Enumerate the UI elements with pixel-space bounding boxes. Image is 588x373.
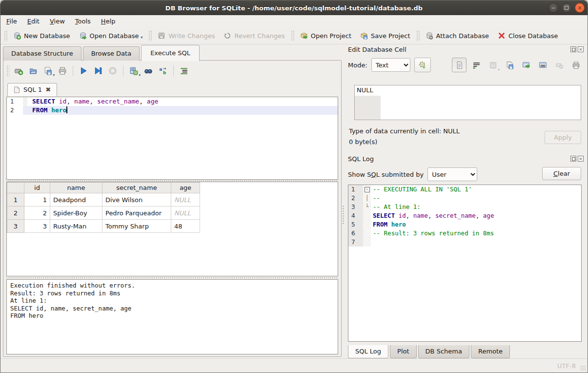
title-bar[interactable]: DB Browser for SQLite - /home/user/code/…: [0, 0, 588, 15]
menu-tools[interactable]: Tools: [75, 18, 91, 25]
table-cell[interactable]: Tommy Sharp: [102, 220, 171, 233]
save-sql-file-button[interactable]: ▾: [41, 64, 55, 78]
execute-all-button[interactable]: [76, 64, 91, 78]
dock-tab-sql-log[interactable]: SQL Log: [348, 345, 388, 358]
right-dock-area: Edit Database Cell × Mode: Text: [345, 44, 586, 359]
cell-value-editor[interactable]: NULL: [354, 85, 581, 120]
table-cell[interactable]: 3: [24, 220, 50, 233]
save-project-icon: [360, 32, 368, 40]
sql-log-view[interactable]: 1−-- EXECUTING ALL IN 'SQL 1'2│--3└-- At…: [348, 185, 582, 342]
copy-link-button[interactable]: [536, 58, 549, 72]
close-sql-tab-icon[interactable]: ✖: [45, 86, 51, 93]
fold-margin[interactable]: −: [363, 185, 371, 194]
row-header[interactable]: 1: [7, 193, 24, 207]
open-database-button[interactable]: Open Database▾: [75, 30, 147, 41]
table-cell[interactable]: NULL: [171, 207, 200, 220]
float-dock-icon[interactable]: [570, 46, 576, 52]
find-button[interactable]: [141, 64, 156, 78]
menu-help[interactable]: Help: [101, 18, 116, 25]
line-number: 1: [348, 185, 363, 194]
close-dock-icon[interactable]: ×: [578, 46, 584, 52]
cell-info: Type of data currently in cell: NULL 0 b…: [349, 126, 460, 147]
fold-margin: [363, 238, 371, 247]
dock-tab-plot[interactable]: Plot: [390, 345, 417, 358]
save-project-button[interactable]: Save Project: [356, 30, 415, 41]
format-icon: [180, 66, 188, 75]
minimize-button[interactable]: ─: [548, 3, 558, 13]
open-sql-tab-button[interactable]: [11, 64, 26, 78]
text-mode-button[interactable]: [452, 58, 466, 72]
row-header[interactable]: 2: [7, 207, 24, 220]
table-cell[interactable]: Spider-Boy: [50, 207, 102, 220]
float-log-dock-icon[interactable]: [570, 156, 576, 162]
find-replace-button[interactable]: ab: [156, 64, 170, 78]
close-database-button[interactable]: Close Database: [493, 30, 563, 41]
open-external-button[interactable]: [519, 58, 533, 72]
log-filter-select[interactable]: User: [427, 167, 477, 181]
table-cell[interactable]: Deadpond: [50, 193, 102, 207]
tab-execute-sql[interactable]: Execute SQL: [141, 45, 200, 61]
export-results-button[interactable]: ▾: [126, 64, 141, 78]
mode-select[interactable]: Text: [371, 58, 410, 72]
dock-tab-db-schema[interactable]: DB Schema: [418, 345, 469, 358]
remove-cell-button: [552, 58, 566, 72]
column-header-id[interactable]: id: [24, 183, 50, 193]
encoding-indicator[interactable]: UTF-8: [557, 362, 576, 370]
menu-file[interactable]: File: [6, 18, 17, 25]
table-cell[interactable]: Pedro Parqueador: [102, 207, 171, 220]
tab-database-structure[interactable]: Database Structure: [3, 46, 81, 61]
table-cell[interactable]: 1: [24, 193, 50, 207]
table-cell[interactable]: 48: [171, 220, 200, 233]
table-cell[interactable]: NULL: [171, 193, 200, 207]
results-table[interactable]: idnamesecret_nameage11DeadpondDive Wilso…: [7, 182, 200, 233]
open-project-button[interactable]: Open Project: [296, 30, 356, 41]
open-database-icon: [79, 32, 87, 40]
collapse-icon[interactable]: −: [365, 187, 370, 192]
print-cell-button[interactable]: [569, 58, 583, 72]
tab-browse-data[interactable]: Browse Data: [83, 46, 140, 61]
open-sql-file-button[interactable]: [26, 64, 41, 78]
dropdown-caret-icon: ▾: [498, 68, 500, 72]
new-database-button[interactable]: New Database: [9, 30, 75, 41]
log-line: 2│--: [348, 194, 581, 203]
print-icon: [58, 66, 67, 75]
column-header-secret_name[interactable]: secret_name: [102, 183, 171, 193]
execute-line-button[interactable]: [91, 64, 105, 78]
panel-splitter[interactable]: [342, 44, 345, 359]
import-icon: [489, 61, 497, 69]
resize-grip-icon[interactable]: [580, 365, 586, 371]
column-header-name[interactable]: name: [50, 183, 102, 193]
sql-code-editor[interactable]: 1SELECT id, name, secret_name, age2FROM …: [6, 97, 338, 180]
cell-settings-button[interactable]: [414, 58, 431, 72]
menu-view[interactable]: View: [50, 18, 65, 25]
print-sql-button[interactable]: [55, 64, 70, 78]
close-button[interactable]: ✕: [575, 3, 585, 13]
export-data-button[interactable]: [503, 58, 516, 72]
format-sql-button[interactable]: [177, 64, 191, 78]
log-text: FROM hero: [371, 220, 581, 229]
clear-log-button[interactable]: Clear: [542, 167, 581, 180]
play-line-icon: [94, 66, 102, 75]
write-changes-button: Write Changes: [153, 30, 219, 41]
log-line: 1−-- EXECUTING ALL IN 'SQL 1': [348, 185, 581, 194]
toolbar-separator: [173, 65, 174, 76]
table-cell[interactable]: Dive Wilson: [102, 193, 171, 207]
menu-edit[interactable]: Edit: [27, 18, 40, 25]
table-row: 11DeadpondDive WilsonNULL: [7, 193, 200, 207]
toolbar-button-label: Open Project: [311, 32, 351, 40]
attach-database-button[interactable]: Attach Database: [421, 30, 493, 41]
word-wrap-button[interactable]: [469, 58, 483, 72]
table-cell[interactable]: 2: [24, 207, 50, 220]
sql-tab[interactable]: SQL 1 ✖: [7, 83, 57, 96]
row-header[interactable]: 3: [7, 220, 24, 233]
corner-header[interactable]: [7, 183, 24, 193]
maximize-button[interactable]: [562, 3, 571, 13]
apply-button[interactable]: Apply: [545, 131, 581, 144]
results-message-splitter[interactable]: [6, 276, 338, 279]
close-log-dock-icon[interactable]: ×: [578, 156, 584, 162]
log-text: -- EXECUTING ALL IN 'SQL 1': [371, 185, 581, 194]
line-number: 1: [7, 97, 23, 106]
table-cell[interactable]: Rusty-Man: [50, 220, 102, 233]
dock-tab-remote[interactable]: Remote: [471, 345, 510, 358]
column-header-age[interactable]: age: [171, 183, 200, 193]
